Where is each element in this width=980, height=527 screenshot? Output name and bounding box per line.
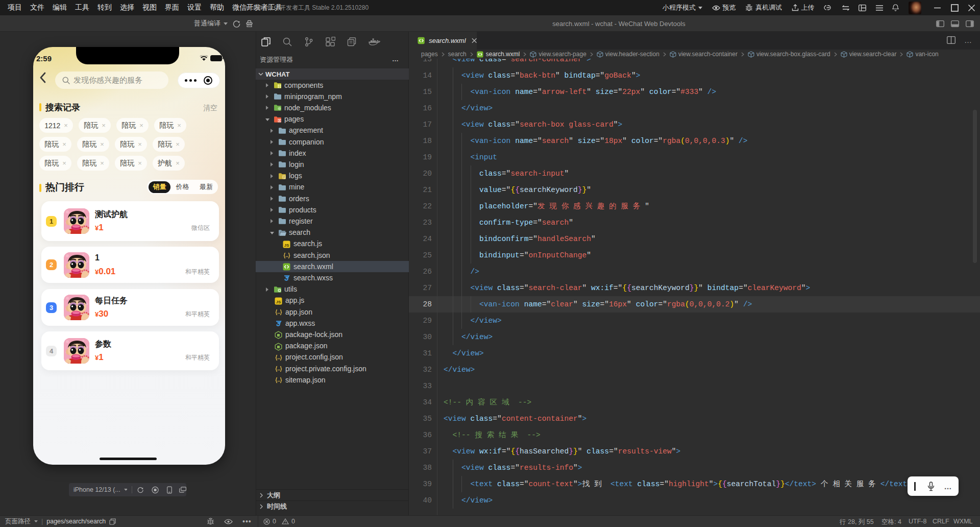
svg-text:JS: JS — [276, 299, 281, 304]
svg-text:JS: JS — [284, 243, 289, 247]
